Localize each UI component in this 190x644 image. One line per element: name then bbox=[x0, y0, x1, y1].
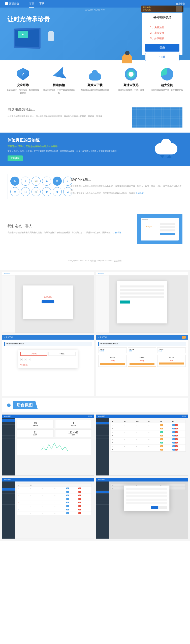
tab-product[interactable]: 产品下载 bbox=[20, 352, 48, 356]
modal-field[interactable] bbox=[126, 495, 167, 497]
table-row[interactable]: ▪———●● bbox=[17, 511, 91, 515]
eye-icon bbox=[125, 68, 137, 80]
pie-icon bbox=[161, 68, 173, 80]
table-row[interactable]: 4———●●● bbox=[111, 434, 185, 437]
hero-illustration bbox=[8, 26, 142, 63]
modal-cancel-button[interactable] bbox=[159, 506, 167, 509]
accelerate-banner: 体验真正的云加速 下载无并行限制，无碍您的独家畅快用户体验网络! 安全，高效，易… bbox=[0, 133, 190, 166]
register-button[interactable]: 注册 bbox=[145, 53, 179, 61]
menu-item[interactable] bbox=[2, 433, 15, 436]
screenshot-admin-edit-modal: NnFan网盘 ——— ——— bbox=[96, 478, 188, 539]
table-row[interactable]: 5———●●● bbox=[111, 437, 185, 441]
banner-text: 体验真正的云加速 下载无并行限制，无碍您的独家畅快用户体验网络! 安全，高效，易… bbox=[8, 138, 147, 161]
cloud-sync-icon bbox=[152, 141, 182, 158]
section-header-admin: 后台截图 bbox=[2, 398, 188, 412]
tab-info[interactable]: 下载信息 bbox=[49, 352, 76, 356]
modal-save-button[interactable] bbox=[151, 506, 158, 509]
watermark: WWW.0NW.CC bbox=[85, 9, 105, 12]
feature-security: 安全可靠 多副本容灾，加密传输，数据监控实时可察 bbox=[7, 68, 39, 95]
menu-item[interactable] bbox=[2, 422, 15, 425]
login-title: 帐号密码登录 bbox=[145, 16, 179, 22]
table-row[interactable]: 1———●●● bbox=[111, 423, 185, 427]
table-row[interactable]: ▪———●● bbox=[17, 487, 91, 490]
screenshot-admin-files: NnFan网盘 #文件 ▪———●● ▪———●● ▪———●● ▪———●● … bbox=[2, 478, 94, 539]
play-card-icon bbox=[18, 31, 28, 38]
nav-home[interactable]: 首页 bbox=[29, 0, 34, 8]
team-text: 我们这么一群人... 我们是一群快乐的有着共同兴趣人类的，如果你也想学习或者正在… bbox=[8, 224, 130, 234]
table-row[interactable]: ▪———●● bbox=[17, 504, 91, 508]
section-title: 后台截图 bbox=[13, 401, 38, 409]
features-section: 安全可靠 多副本容灾，加密传输，数据监控实时可察 极速传输 网络专线加速，文件下… bbox=[0, 60, 190, 102]
team-illustration: Lansync bbox=[137, 214, 182, 244]
testimonial-section: 网盘用高效说话... 传统文件储存与网盘极大对比，不论是分享效率还是链接管理，网… bbox=[0, 102, 190, 133]
table-row[interactable]: 3———●●● bbox=[111, 430, 185, 434]
hero-title: 让时光传承珍贵 bbox=[8, 15, 142, 23]
modal-confirm-button[interactable] bbox=[42, 300, 54, 303]
step-2: 2、上传文件 bbox=[150, 30, 179, 36]
person-icon bbox=[117, 46, 137, 63]
learn-more-link[interactable]: 了解详情 bbox=[136, 192, 144, 194]
users-table: ID用户文件名大小状态操作 1———●●● 2———●●● 3———●●● 4—… bbox=[111, 420, 186, 452]
screenshot-download-pricing: ⌂ 文件下载 文件下载 | 为未授可分享的 直连下载 0.50 GB 下载加速 … bbox=[96, 335, 188, 396]
price-display: ¥6.00元 bbox=[20, 364, 76, 366]
screenshots-grid: 高粱云盘 确认已删除 高粱云盘 ⌂ 文件下载 文件下载 | 为未授可分享的 产品… bbox=[0, 270, 190, 541]
modal-field[interactable] bbox=[126, 502, 167, 504]
nav-member[interactable]: 会员中心 bbox=[176, 2, 185, 6]
menu-item[interactable] bbox=[2, 430, 15, 433]
table-row[interactable]: 7———●●● bbox=[111, 445, 185, 448]
admin-sidebar bbox=[2, 418, 15, 475]
price-lifetime[interactable]: 永久VIP 60 bbox=[157, 355, 186, 367]
shield-icon bbox=[17, 68, 29, 80]
table-row[interactable]: ▪———●● bbox=[17, 494, 91, 497]
step-3: 3、分享链接 bbox=[150, 36, 179, 41]
team-section: 我们这么一群人... 我们是一群快乐的有着共同兴趣人类的，如果你也想学习或者正在… bbox=[0, 207, 190, 252]
nav-download[interactable]: 下载 bbox=[39, 0, 44, 8]
arrow-up-icon bbox=[167, 155, 172, 158]
logo-text: 高粱云盘 bbox=[9, 2, 19, 6]
files-table: #文件 ▪———●● ▪———●● ▪———●● ▪———●● ▪———●● ▪… bbox=[17, 484, 92, 515]
ad-image bbox=[176, 6, 182, 12]
footer: Copyright © 2018-2021 为未授 All rights res… bbox=[0, 252, 190, 270]
table-row[interactable]: ▪———●● bbox=[17, 501, 91, 504]
table-row[interactable]: 6———●●● bbox=[111, 441, 185, 445]
arrow-down-icon bbox=[160, 155, 165, 158]
login-button[interactable]: 登录 bbox=[145, 44, 179, 52]
menu-item[interactable] bbox=[2, 436, 15, 438]
screenshot-upload-modal: 高粱云盘 确认已删除 bbox=[2, 272, 94, 333]
modal-field[interactable] bbox=[126, 492, 167, 494]
modal-save-button[interactable] bbox=[120, 301, 130, 304]
plane-icon bbox=[51, 66, 67, 82]
menu-item[interactable] bbox=[2, 438, 15, 441]
modal-field[interactable] bbox=[126, 488, 167, 490]
price-monthly[interactable]: 月度VIP 10/月 bbox=[98, 355, 127, 367]
table-row[interactable]: 2———●●● bbox=[111, 427, 185, 430]
table-row[interactable]: ▪———●● bbox=[17, 497, 91, 501]
try-now-button[interactable]: 立即体验 bbox=[8, 155, 23, 161]
feature-speed: 极速传输 网络专线加速，文件下载具有倍速体验 bbox=[43, 68, 75, 95]
stat-files: 11总文件 bbox=[17, 429, 54, 437]
screenshot-download-payment: ⌂ 文件下载 文件下载 | 为未授可分享的 产品下载 下载信息 ▪ ▪ ▪ ¥6… bbox=[2, 335, 94, 396]
advantage-illustration: $⚙📊 ◉⟳» ☰⬚🛒 ◐◑◒ bbox=[8, 174, 63, 199]
menu-item[interactable] bbox=[2, 427, 15, 430]
dashboard-chart bbox=[17, 439, 92, 455]
team-learn-more-link[interactable]: 了解详情 bbox=[113, 231, 121, 234]
feature-preview: 高清云预览 极速的在线预览、文档、音频 bbox=[115, 68, 147, 95]
main-nav: 首页 下载 bbox=[29, 0, 44, 8]
advantage-section: $⚙📊 ◉⟳» ☰⬚🛒 ◐◑◒ 我们的优势... 极致享受高效的高对比环境提供享… bbox=[0, 166, 190, 207]
modal-field[interactable] bbox=[126, 499, 167, 501]
advantage-text: 我们的优势... 极致享受高效的高对比环境提供享受的体验效果，请尽情提供的素材下… bbox=[71, 178, 182, 195]
table-row[interactable]: ▪———●● bbox=[17, 508, 91, 511]
table-row[interactable]: 8———●●● bbox=[111, 448, 185, 452]
price-yearly[interactable]: 年度VIP 30/年 bbox=[128, 355, 156, 367]
stat-today: 1今日注册 bbox=[55, 420, 92, 428]
table-row[interactable]: ▪———●● bbox=[17, 490, 91, 494]
menu-item[interactable] bbox=[2, 419, 15, 422]
header-button[interactable] bbox=[182, 336, 186, 339]
edit-modal bbox=[124, 486, 170, 511]
hero-section: WWW.0NW.CC 让时光传承珍贵 周年盛典 会员钜惠 帐号密码登录 1、免费… bbox=[0, 8, 190, 60]
menu-item[interactable] bbox=[2, 425, 15, 427]
screenshot-settings-modal: 高粱云盘 bbox=[96, 272, 188, 333]
cloud-icon bbox=[89, 68, 101, 80]
logo[interactable]: 高粱云盘 bbox=[5, 2, 19, 6]
ad-banner[interactable]: 周年盛典 会员钜惠 bbox=[141, 6, 183, 12]
